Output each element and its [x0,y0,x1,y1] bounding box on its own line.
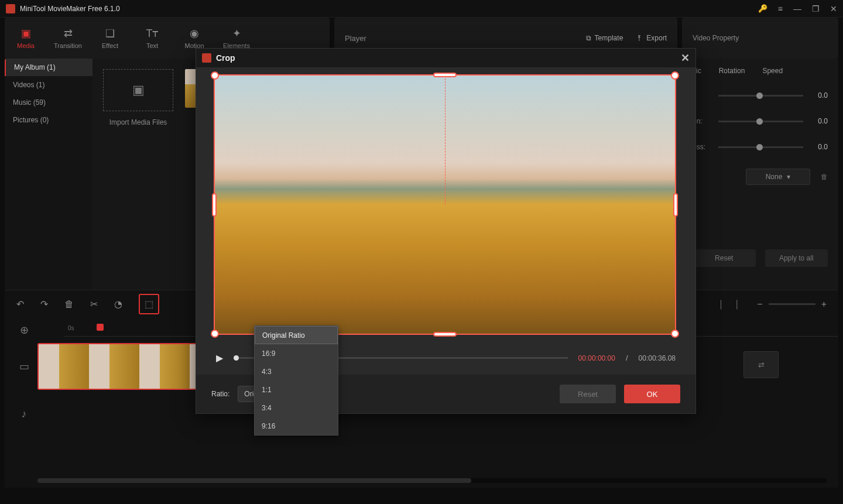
export-button[interactable]: ⭱ Export [636,34,667,42]
ratio-dropdown-list: Original Ratio 16:9 4:3 1:1 3:4 9:16 [254,325,338,436]
zoom-in-button[interactable]: + [821,299,827,310]
text-icon: Tᴛ [146,27,159,40]
audio-track-icon: ♪ [11,408,37,420]
property-row: t: 0.0 [693,91,828,100]
app-title: MiniTool MovieMaker Free 6.1.0 [20,5,758,13]
maximize-icon[interactable]: ❐ [812,4,820,13]
speed-button[interactable]: ◔ [114,299,122,310]
crop-handle-br[interactable] [671,330,679,338]
property-row: on: 0.0 [693,117,828,125]
fit-timeline-button[interactable]: ⎸⎹ [721,299,737,310]
motion-icon: ◉ [190,27,199,40]
crop-canvas[interactable] [214,74,676,335]
video-track-icon: ▭ [11,360,37,373]
chevron-down-icon: ▾ [787,173,790,181]
tab-media[interactable]: ▣ Media [5,18,47,59]
import-placeholder-icon: ▣ [103,69,173,111]
crop-reset-button[interactable]: Reset [560,385,616,403]
playhead[interactable] [97,324,104,331]
crop-ok-button[interactable]: OK [624,385,680,403]
close-dialog-button[interactable]: ✕ [681,52,690,64]
app-logo-icon [202,53,211,63]
crop-dialog-titlebar: Crop ✕ [196,49,695,67]
crop-handle-tl[interactable] [211,71,219,80]
property-tabs: sic Rotation Speed [693,67,828,75]
prop-tab-rotation[interactable]: Rotation [719,67,745,75]
crop-dialog-title: Crop [216,53,235,63]
crop-center-guide [445,76,446,205]
crop-rectangle[interactable] [214,74,676,335]
crop-handle-right[interactable] [673,193,678,217]
crop-button[interactable]: ⬚ [139,294,159,314]
crop-handle-tr[interactable] [671,71,679,80]
properties-title: Video Property [693,34,739,42]
split-button[interactable]: ✂ [90,299,98,310]
prop-tab-speed[interactable]: Speed [762,67,783,75]
timeline-scrollbar[interactable] [37,478,827,483]
properties-header: Video Property [682,18,838,59]
crop-handle-left[interactable] [212,193,217,217]
minimize-icon[interactable]: — [793,4,801,13]
media-sidebar: My Album (1) Videos (1) Music (59) Pictu… [5,59,92,290]
license-key-icon[interactable]: 🔑 [758,4,767,13]
sidebar-item-music[interactable]: Music (59) [5,94,92,111]
export-icon: ⭱ [636,34,643,42]
swap-button[interactable]: ⇄ [743,351,779,378]
delete-button[interactable]: 🗑 [64,299,74,310]
sidebar-item-videos[interactable]: Videos (1) [5,76,92,94]
template-icon: ⧉ [586,34,591,42]
ratio-option[interactable]: 9:16 [255,417,338,435]
delete-property-icon[interactable]: 🗑 [821,173,828,181]
properties-panel: sic Rotation Speed t: 0.0 on: 0.0 ess: 0… [682,59,838,290]
zoom-out-button[interactable]: − [757,299,762,310]
crop-handle-top[interactable] [433,73,457,77]
window-controls: 🔑 ≡ — ❐ ✕ [758,4,837,13]
folder-icon: ▣ [21,27,31,40]
time-total: 00:00:36.08 [639,354,676,362]
zoom-control: − + [757,299,827,310]
ratio-option[interactable]: 16:9 [255,344,338,362]
tab-effect[interactable]: ❏ Effect [89,18,131,59]
sidebar-item-pictures[interactable]: Pictures (0) [5,111,92,129]
ratio-option[interactable]: Original Ratio [255,326,338,344]
tab-text[interactable]: Tᴛ Text [131,18,173,59]
undo-button[interactable]: ↶ [16,299,24,310]
ratio-option[interactable]: 1:1 [255,380,338,399]
effect-icon: ❏ [105,27,115,40]
property-slider[interactable] [718,121,803,122]
zoom-slider[interactable] [769,303,815,305]
sidebar-item-my-album[interactable]: My Album (1) [5,59,92,76]
title-bar: MiniTool MovieMaker Free 6.1.0 🔑 ≡ — ❐ ✕ [0,0,843,18]
player-label: Player [345,34,366,43]
ratio-option[interactable]: 4:3 [255,362,338,380]
ratio-label: Ratio: [211,390,229,398]
apply-to-all-button[interactable]: Apply to all [765,249,828,267]
import-media-button[interactable]: ▣ Import Media Files [103,69,173,126]
template-button[interactable]: ⧉ Template [586,34,623,42]
close-window-icon[interactable]: ✕ [830,4,837,13]
tab-transition[interactable]: ⇄ Transition [47,18,89,59]
crop-handle-bottom[interactable] [433,332,457,337]
transition-icon: ⇄ [64,27,73,40]
menu-icon[interactable]: ≡ [778,4,783,13]
property-row: ess: 0.0 [693,143,828,151]
crop-handle-bl[interactable] [211,330,219,338]
ratio-option[interactable]: 3:4 [255,399,338,417]
property-slider[interactable] [718,95,803,97]
property-none-dropdown[interactable]: None▾ [746,169,810,185]
play-button[interactable]: ▶ [216,352,223,364]
property-slider[interactable] [718,146,803,148]
reset-properties-button[interactable]: Reset [693,249,756,267]
app-logo-icon [6,4,15,13]
time-current: 00:00:00:00 [578,354,615,362]
redo-button[interactable]: ↷ [40,299,48,310]
add-track-button[interactable]: ⊕ [11,324,37,337]
elements-icon: ✦ [232,27,241,40]
